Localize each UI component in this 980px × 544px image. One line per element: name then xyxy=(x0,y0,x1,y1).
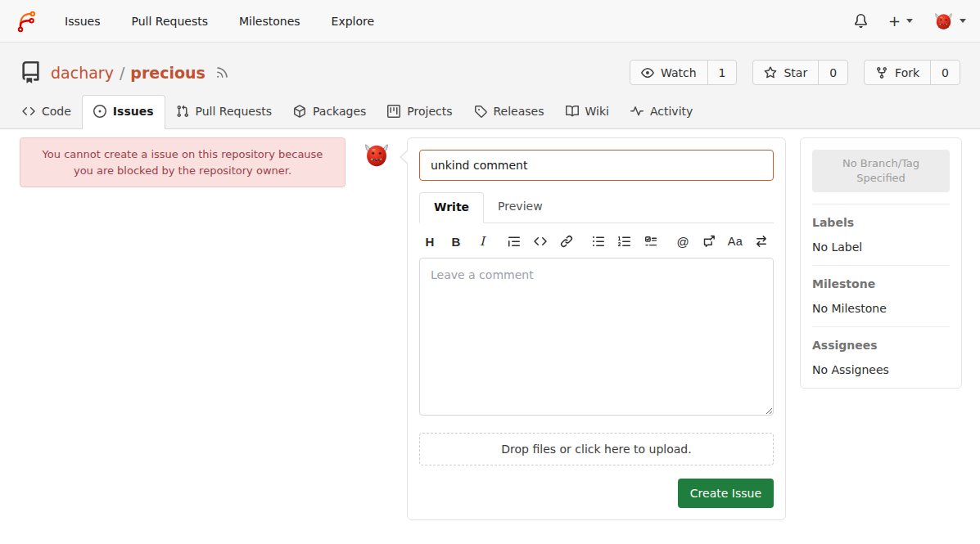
issue-title-input[interactable] xyxy=(419,150,774,181)
chevron-down-icon xyxy=(906,19,913,23)
eye-icon xyxy=(641,66,654,79)
switch-editor-icon[interactable] xyxy=(753,233,770,250)
watch-count[interactable]: 1 xyxy=(707,61,737,84)
list-unordered-icon[interactable] xyxy=(590,233,607,250)
repo-owner-link[interactable]: dachary xyxy=(51,64,114,82)
branch-tag-button[interactable]: No Branch/Tag Specified xyxy=(812,150,950,192)
watch-label: Watch xyxy=(661,66,697,79)
rss-feed-icon[interactable] xyxy=(215,65,229,79)
forgejo-logo-icon[interactable] xyxy=(14,9,38,34)
tab-projects[interactable]: Projects xyxy=(377,96,463,128)
heading-icon[interactable]: H xyxy=(422,233,438,250)
quote-icon[interactable] xyxy=(506,233,522,250)
typography-icon[interactable]: Aa xyxy=(727,233,743,250)
nav-item-milestones[interactable]: Milestones xyxy=(239,15,300,28)
nav-item-pull-requests[interactable]: Pull Requests xyxy=(132,15,208,28)
plus-icon: + xyxy=(888,14,901,29)
divider xyxy=(812,326,950,327)
tab-wiki[interactable]: Wiki xyxy=(555,96,620,128)
code-icon xyxy=(22,105,35,118)
star-button[interactable]: Star 0 xyxy=(752,60,848,85)
chevron-down-icon xyxy=(960,19,966,23)
blocked-error-message: You cannot create a issue on this reposi… xyxy=(20,137,345,187)
star-count[interactable]: 0 xyxy=(818,61,847,84)
repo-action-buttons: Watch 1 Star 0 Fork xyxy=(630,60,960,85)
tab-write[interactable]: Write xyxy=(419,192,484,223)
tab-activity[interactable]: Activity xyxy=(620,96,703,128)
fork-icon xyxy=(875,66,888,79)
user-avatar xyxy=(933,11,954,31)
labels-section-title: Labels xyxy=(812,216,950,229)
pull-request-icon xyxy=(176,105,189,118)
fork-count[interactable]: 0 xyxy=(930,61,960,84)
tab-preview[interactable]: Preview xyxy=(484,192,557,223)
bold-icon[interactable]: B xyxy=(448,233,464,250)
milestone-section-title: Milestone xyxy=(812,277,950,290)
new-issue-form: Write Preview H B I xyxy=(407,137,786,520)
user-menu-dropdown[interactable] xyxy=(933,11,966,31)
comment-textarea[interactable] xyxy=(419,258,774,416)
editor-tab-bar: Write Preview xyxy=(419,192,774,223)
assignees-value: No Assignees xyxy=(812,363,950,376)
italic-icon[interactable]: I xyxy=(474,233,490,250)
issue-icon xyxy=(93,105,106,118)
markdown-toolbar: H B I xyxy=(419,223,774,258)
milestone-value: No Milestone xyxy=(812,302,950,315)
fork-label: Fork xyxy=(895,66,919,79)
repo-separator: / xyxy=(120,64,124,82)
link-icon[interactable] xyxy=(558,233,575,250)
top-navbar: Issues Pull Requests Milestones Explore … xyxy=(0,0,980,43)
book-icon xyxy=(566,105,579,118)
tab-code[interactable]: Code xyxy=(11,96,82,128)
watch-button[interactable]: Watch 1 xyxy=(630,60,738,85)
notifications-bell-icon[interactable] xyxy=(854,14,868,28)
code-icon[interactable] xyxy=(532,233,549,250)
labels-value: No Label xyxy=(812,241,950,254)
star-icon xyxy=(764,66,777,79)
create-new-dropdown[interactable]: + xyxy=(888,14,913,29)
file-dropzone[interactable]: Drop files or click here to upload. xyxy=(419,433,774,465)
nav-item-explore[interactable]: Explore xyxy=(332,15,375,28)
star-label: Star xyxy=(784,66,807,79)
divider xyxy=(812,265,950,266)
repo-breadcrumb: dachary / precious xyxy=(51,64,205,82)
repo-book-icon xyxy=(20,61,42,83)
project-icon xyxy=(387,105,400,118)
divider xyxy=(812,204,950,205)
pulse-icon xyxy=(630,105,644,118)
create-issue-button[interactable]: Create Issue xyxy=(678,479,774,508)
tab-issues[interactable]: Issues xyxy=(82,95,165,129)
repo-name-link[interactable]: precious xyxy=(130,64,205,82)
repo-tab-bar: Code Issues Pull Requests Packages Proje… xyxy=(0,95,980,128)
fork-button[interactable]: Fork 0 xyxy=(864,60,960,85)
tab-pull-requests[interactable]: Pull Requests xyxy=(165,96,282,128)
tab-releases[interactable]: Releases xyxy=(463,96,555,128)
mention-icon[interactable]: @ xyxy=(675,233,691,250)
cross-reference-icon[interactable] xyxy=(701,233,717,250)
issue-author-avatar xyxy=(363,137,391,169)
tag-icon xyxy=(474,105,487,118)
tasklist-icon[interactable] xyxy=(643,233,659,250)
assignees-section-title: Assignees xyxy=(812,339,950,352)
nav-item-issues[interactable]: Issues xyxy=(65,15,101,28)
new-issue-page: You cannot create a issue on this reposi… xyxy=(0,129,980,520)
list-ordered-icon[interactable] xyxy=(616,233,633,250)
tab-packages[interactable]: Packages xyxy=(282,96,377,128)
repo-header: dachary / precious Watch 1 xyxy=(0,43,980,129)
package-icon xyxy=(293,105,306,118)
issue-sidebar: No Branch/Tag Specified Labels No Label … xyxy=(800,137,962,389)
